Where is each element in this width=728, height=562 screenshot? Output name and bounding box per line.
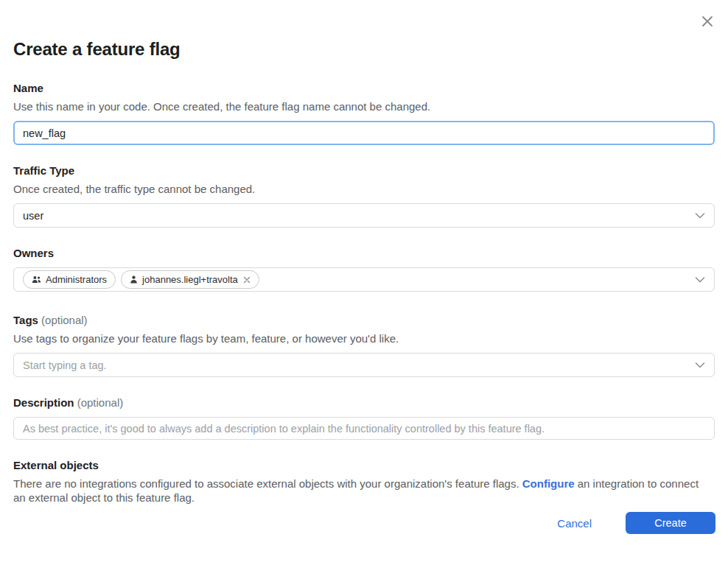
person-icon bbox=[130, 275, 138, 284]
remove-chip-icon[interactable] bbox=[243, 276, 251, 284]
traffic-type-select[interactable]: user bbox=[13, 203, 715, 228]
description-field-group: Description (optional) bbox=[13, 396, 715, 440]
traffic-type-field-group: Traffic Type Once created, the traffic t… bbox=[13, 164, 715, 228]
close-button[interactable] bbox=[698, 12, 717, 31]
chevron-down-icon bbox=[695, 276, 705, 283]
cancel-button[interactable]: Cancel bbox=[557, 517, 592, 530]
description-label: Description (optional) bbox=[13, 396, 715, 410]
description-input[interactable] bbox=[13, 417, 715, 440]
chevron-down-icon bbox=[695, 362, 705, 368]
owners-field[interactable]: Administrators johannes.liegl+travolta bbox=[13, 267, 715, 292]
tags-placeholder: Start typing a tag. bbox=[23, 359, 107, 371]
traffic-type-value: user bbox=[23, 210, 43, 222]
group-icon bbox=[32, 275, 41, 284]
name-field-group: Name Use this name in your code. Once cr… bbox=[13, 81, 715, 145]
name-helper: Use this name in your code. Once created… bbox=[13, 99, 715, 113]
traffic-type-helper: Once created, the traffic type cannot be… bbox=[13, 182, 715, 196]
owners-field-group: Owners Administrators johannes.liegl+tra… bbox=[13, 246, 715, 292]
owner-chip-label: johannes.liegl+travolta bbox=[142, 274, 238, 285]
create-button[interactable]: Create bbox=[626, 512, 715, 534]
name-label: Name bbox=[13, 81, 715, 95]
owner-chip-label: Administrators bbox=[46, 274, 107, 285]
close-icon bbox=[699, 13, 715, 29]
chevron-down-icon bbox=[695, 212, 705, 219]
create-feature-flag-modal: Create a feature flag Name Use this name… bbox=[0, 0, 728, 562]
owner-chip-administrators[interactable]: Administrators bbox=[23, 270, 116, 289]
configure-link[interactable]: Configure bbox=[522, 477, 575, 490]
external-objects-text: There are no integrations configured to … bbox=[13, 477, 713, 505]
owners-chips: Administrators johannes.liegl+travolta bbox=[23, 270, 259, 289]
owner-chip-johannes[interactable]: johannes.liegl+travolta bbox=[121, 270, 259, 289]
traffic-type-label: Traffic Type bbox=[13, 164, 715, 178]
tags-label: Tags (optional) bbox=[13, 313, 715, 327]
name-input[interactable] bbox=[13, 121, 715, 145]
page-title: Create a feature flag bbox=[13, 0, 715, 60]
tags-field-group: Tags (optional) Use tags to organize you… bbox=[13, 313, 715, 377]
description-label-text: Description bbox=[13, 396, 74, 409]
tags-optional-suffix: (optional) bbox=[41, 314, 88, 326]
tags-helper: Use tags to organize your feature flags … bbox=[13, 331, 715, 345]
external-objects-section: External objects There are no integratio… bbox=[13, 458, 715, 505]
tags-label-text: Tags bbox=[13, 314, 38, 326]
modal-footer: Cancel Create bbox=[557, 512, 715, 534]
description-optional-suffix: (optional) bbox=[77, 396, 124, 409]
external-objects-label: External objects bbox=[13, 458, 715, 472]
owners-label: Owners bbox=[13, 246, 715, 260]
tags-input[interactable]: Start typing a tag. bbox=[13, 353, 715, 377]
external-objects-text-before: There are no integrations configured to … bbox=[13, 477, 522, 490]
